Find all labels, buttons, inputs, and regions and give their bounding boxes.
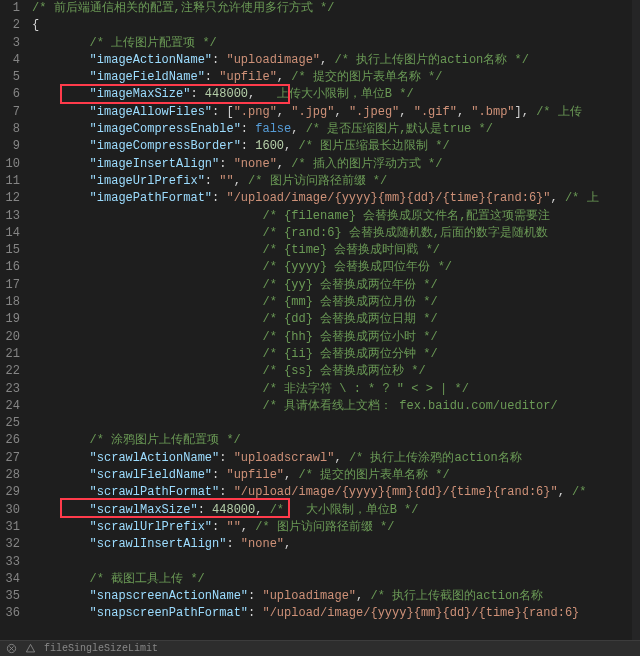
problems-icon[interactable] (6, 643, 17, 654)
code-line[interactable]: { (32, 17, 640, 34)
punct-token: , (277, 157, 291, 171)
line-number: 22 (0, 363, 20, 380)
code-line[interactable]: /* 截图工具上传 */ (32, 571, 640, 588)
line-number: 27 (0, 450, 20, 467)
comment-token: /* {ss} 会替换成两位秒 */ (262, 364, 425, 378)
line-number: 7 (0, 104, 20, 121)
code-line[interactable]: "imageAllowFiles": [".png", ".jpg", ".jp… (32, 104, 640, 121)
string-token: "uploadimage" (226, 53, 320, 67)
line-number: 14 (0, 225, 20, 242)
string-token: ".gif" (414, 105, 457, 119)
line-number: 26 (0, 432, 20, 449)
string-token: "uploadscrawl" (234, 451, 335, 465)
code-line[interactable]: /* 具请体看线上文档： fex.baidu.com/ueditor/ (32, 398, 640, 415)
line-number: 9 (0, 138, 20, 155)
code-line[interactable]: /* {ss} 会替换成两位秒 */ (32, 363, 640, 380)
code-line[interactable]: "scrawlUrlPrefix": "", /* 图片访问路径前缀 */ (32, 519, 640, 536)
punct-token: : (212, 191, 226, 205)
punct-token: : [ (212, 105, 234, 119)
line-number: 16 (0, 259, 20, 276)
code-line[interactable]: "imageCompressBorder": 1600, /* 图片压缩最长边限… (32, 138, 640, 155)
string-token: "uploadimage" (262, 589, 356, 603)
punct-token: , (399, 105, 413, 119)
code-line[interactable]: /* {hh} 会替换成两位小时 */ (32, 329, 640, 346)
code-line[interactable]: "snapscreenPathFormat": "/upload/image/{… (32, 605, 640, 622)
code-line[interactable]: "scrawlMaxSize": 448000, /* 大小限制，单位B */ (32, 502, 640, 519)
code-line[interactable]: "scrawlActionName": "uploadscrawl", /* 执… (32, 450, 640, 467)
punct-token: , (284, 468, 298, 482)
code-line[interactable]: /* {rand:6} 会替换成随机数,后面的数字是随机数 (32, 225, 640, 242)
code-line[interactable] (32, 554, 640, 571)
code-line[interactable]: /* {yy} 会替换成两位年份 */ (32, 277, 640, 294)
code-line[interactable]: "imageFieldName": "upfile", /* 提交的图片表单名称… (32, 69, 640, 86)
code-line[interactable]: "imageUrlPrefix": "", /* 图片访问路径前缀 */ (32, 173, 640, 190)
comment-token: /* 执行上传涂鸦的action名称 (349, 451, 522, 465)
line-number: 13 (0, 208, 20, 225)
punct-token: : (226, 537, 240, 551)
key-token: "imageMaxSize" (90, 87, 191, 101)
string-token: "" (219, 174, 233, 188)
code-line[interactable]: /* {dd} 会替换成两位日期 */ (32, 311, 640, 328)
key-token: "scrawlUrlPrefix" (90, 520, 212, 534)
comment-token: /* {hh} 会替换成两位小时 */ (262, 330, 437, 344)
comment-token: /* 提交的图片表单名称 */ (291, 70, 442, 84)
comment-token: /* (572, 485, 586, 499)
punct-token: : (212, 53, 226, 67)
punct-token: , (277, 70, 291, 84)
line-number: 15 (0, 242, 20, 259)
code-line[interactable]: /* 非法字符 \ : * ? " < > | */ (32, 381, 640, 398)
line-number: 35 (0, 588, 20, 605)
line-number: 11 (0, 173, 20, 190)
punct-token: , (558, 485, 572, 499)
punct-token: , (320, 53, 334, 67)
code-line[interactable]: /* 前后端通信相关的配置,注释只允许使用多行方式 */ (32, 0, 640, 17)
code-line[interactable]: /* {filename} 会替换成原文件名,配置这项需要注 (32, 208, 640, 225)
comment-token: /* 图片访问路径前缀 */ (255, 520, 394, 534)
key-token: "imageFieldName" (90, 70, 205, 84)
code-area[interactable]: /* 前后端通信相关的配置,注释只允许使用多行方式 */{ /* 上传图片配置项… (26, 0, 640, 640)
code-line[interactable]: /* 涂鸦图片上传配置项 */ (32, 432, 640, 449)
line-number: 18 (0, 294, 20, 311)
code-line[interactable]: "scrawlFieldName": "upfile", /* 提交的图片表单名… (32, 467, 640, 484)
code-line[interactable]: /* {mm} 会替换成两位月份 */ (32, 294, 640, 311)
punct-token: : (219, 157, 233, 171)
comment-token: /* 提交的图片表单名称 */ (298, 468, 449, 482)
comment-token: /* {dd} 会替换成两位日期 */ (262, 312, 437, 326)
code-line[interactable]: /* 上传图片配置项 */ (32, 35, 640, 52)
code-line[interactable]: "imagePathFormat": "/upload/image/{yyyy}… (32, 190, 640, 207)
code-editor[interactable]: 1234567891011121314151617181920212223242… (0, 0, 640, 640)
line-number: 1 (0, 0, 20, 17)
punct-token: : (190, 87, 204, 101)
string-token: "upfile" (226, 468, 284, 482)
code-line[interactable]: "scrawlInsertAlign": "none", (32, 536, 640, 553)
code-line[interactable]: "imageActionName": "uploadimage", /* 执行上… (32, 52, 640, 69)
key-token: "imageInsertAlign" (90, 157, 220, 171)
punct-token: { (32, 18, 39, 32)
comment-token: /* {filename} 会替换成原文件名,配置这项需要注 (262, 209, 550, 223)
code-line[interactable]: /* {ii} 会替换成两位分钟 */ (32, 346, 640, 363)
code-line[interactable]: /* {yyyy} 会替换成四位年份 */ (32, 259, 640, 276)
line-number: 10 (0, 156, 20, 173)
key-token: "snapscreenActionName" (90, 589, 248, 603)
line-number: 4 (0, 52, 20, 69)
comment-token: /* 前后端通信相关的配置,注释只允许使用多行方式 */ (32, 1, 334, 15)
minimap[interactable] (632, 0, 640, 640)
string-token: ".bmp" (471, 105, 514, 119)
line-number: 36 (0, 605, 20, 622)
line-number: 5 (0, 69, 20, 86)
code-line[interactable]: "imageMaxSize": 448000, 上传大小限制，单位B */ (32, 86, 640, 103)
warnings-icon[interactable] (25, 643, 36, 654)
comment-token: /* 涂鸦图片上传配置项 */ (90, 433, 241, 447)
code-line[interactable]: /* {time} 会替换成时间戳 */ (32, 242, 640, 259)
code-line[interactable]: "scrawlPathFormat": "/upload/image/{yyyy… (32, 484, 640, 501)
code-line[interactable]: "imageInsertAlign": "none", /* 插入的图片浮动方式… (32, 156, 640, 173)
key-token: "imageCompressEnable" (90, 122, 241, 136)
punct-token: , (277, 105, 291, 119)
code-line[interactable]: "imageCompressEnable": false, /* 是否压缩图片,… (32, 121, 640, 138)
string-token: "none" (241, 537, 284, 551)
line-number: 8 (0, 121, 20, 138)
punct-token: : (219, 451, 233, 465)
code-line[interactable]: "snapscreenActionName": "uploadimage", /… (32, 588, 640, 605)
key-token: "imageActionName" (90, 53, 212, 67)
code-line[interactable] (32, 415, 640, 432)
